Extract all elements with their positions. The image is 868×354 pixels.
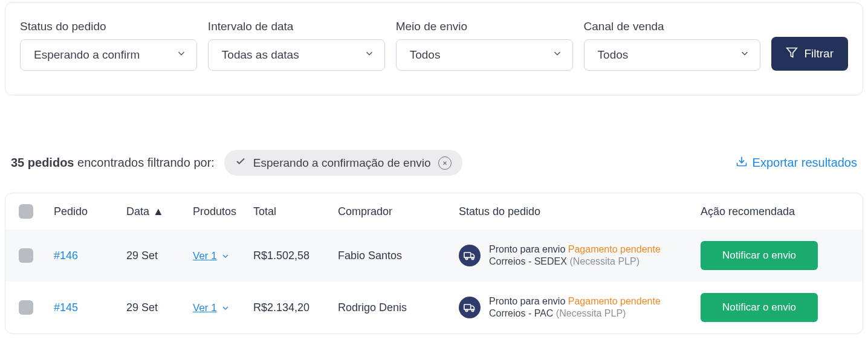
summary-count: 35 pedidos (11, 156, 74, 169)
header-products: Produtos (193, 205, 253, 218)
status-lines: Pronto para envio Pagamento pendente Cor… (489, 296, 661, 319)
filter-button[interactable]: Filtrar (771, 37, 848, 71)
order-total: R$2.134,20 (253, 301, 338, 314)
filter-chip-label: Esperando a confirmação de envio (253, 156, 431, 170)
summary-found: encontrados filtrando por: (77, 156, 215, 169)
summary-left: 35 pedidos encontrados filtrando por: Es… (11, 150, 462, 176)
filter-date-value: Todas as datas (222, 48, 299, 62)
filter-date-select[interactable]: Todas as datas (208, 39, 385, 71)
orders-table: Pedido Data ▲ Produtos Total Comprador S… (5, 193, 863, 334)
header-date-label: Data (126, 205, 149, 218)
svg-point-6 (471, 257, 473, 259)
chevron-down-icon (221, 251, 230, 261)
truck-icon (459, 245, 481, 266)
order-status-cell: Pronto para envio Pagamento pendente Cor… (459, 296, 701, 319)
header-buyer: Comprador (338, 205, 459, 218)
truck-icon (459, 297, 481, 318)
order-buyer: Rodrigo Denis (338, 301, 459, 314)
header-date-sort[interactable]: Data ▲ (126, 205, 193, 218)
svg-rect-4 (464, 253, 471, 257)
row-checkbox[interactable] (19, 300, 33, 315)
status-plp-note: (Necessita PLP) (556, 308, 626, 318)
summary-row: 35 pedidos encontrados filtrando por: Es… (0, 150, 868, 176)
svg-rect-7 (464, 304, 471, 309)
filter-ship: Meio de envio Todos (396, 20, 573, 71)
filter-channel: Canal de venda Todos (584, 20, 761, 71)
row-checkbox[interactable] (19, 248, 33, 263)
order-status-cell: Pronto para envio Pagamento pendente Cor… (459, 244, 701, 267)
order-date: 29 Set (126, 301, 193, 314)
filter-date: Intervalo de data Todas as datas (208, 20, 385, 71)
svg-point-9 (471, 309, 473, 311)
remove-chip-button[interactable] (438, 156, 452, 170)
products-expand-link[interactable]: Ver 1 (193, 250, 230, 262)
order-date: 29 Set (126, 249, 193, 262)
chevron-down-icon (176, 48, 187, 62)
order-total: R$1.502,58 (253, 249, 338, 262)
header-action: Ação recomendada (701, 205, 857, 218)
svg-point-8 (465, 309, 467, 311)
check-icon (235, 156, 246, 170)
filter-status-value: Esperando a confirm (34, 48, 140, 62)
sort-asc-icon: ▲ (153, 205, 164, 218)
summary-text: 35 pedidos encontrados filtrando por: (11, 156, 215, 170)
filters-panel: Status do pedido Esperando a confirm Int… (5, 2, 863, 95)
status-payment-pending: Pagamento pendente (568, 244, 661, 254)
funnel-icon (786, 47, 798, 62)
filter-status: Status do pedido Esperando a confirm (20, 20, 197, 71)
chevron-down-icon (364, 48, 375, 62)
select-all-checkbox[interactable] (19, 204, 33, 219)
table-row: #146 29 Set Ver 1 R$1.502,58 Fabio Santo… (5, 230, 863, 282)
download-icon (736, 155, 748, 170)
status-ready: Pronto para envio (489, 244, 565, 254)
table-row: #145 29 Set Ver 1 R$2.134,20 Rodrigo Den… (5, 282, 863, 333)
filter-ship-value: Todos (410, 48, 441, 62)
filter-chip: Esperando a confirmação de envio (224, 150, 462, 176)
filter-channel-select[interactable]: Todos (584, 39, 761, 71)
order-link[interactable]: #146 (54, 249, 126, 262)
chevron-down-icon (552, 48, 563, 62)
products-expand-link[interactable]: Ver 1 (193, 302, 230, 314)
filter-date-label: Intervalo de data (208, 20, 385, 33)
filter-ship-select[interactable]: Todos (396, 39, 573, 71)
products-count: Ver 1 (193, 302, 217, 314)
order-link[interactable]: #145 (54, 301, 126, 314)
status-shipping: Correios - PAC (489, 308, 553, 318)
export-label: Exportar resultados (753, 156, 857, 170)
status-shipping: Correios - SEDEX (489, 256, 567, 266)
filter-status-select[interactable]: Esperando a confirm (20, 39, 197, 71)
svg-marker-0 (787, 48, 797, 57)
status-payment-pending: Pagamento pendente (568, 296, 661, 306)
svg-point-5 (465, 257, 467, 259)
products-count: Ver 1 (193, 250, 217, 262)
order-buyer: Fabio Santos (338, 249, 459, 262)
filter-ship-label: Meio de envio (396, 20, 573, 33)
notify-shipment-button[interactable]: Notificar o envio (701, 293, 818, 322)
header-order: Pedido (54, 205, 126, 218)
filter-channel-label: Canal de venda (584, 20, 761, 33)
status-ready: Pronto para envio (489, 296, 565, 306)
status-plp-note: (Necessita PLP) (569, 256, 640, 266)
header-status: Status do pedido (459, 205, 701, 218)
notify-shipment-button[interactable]: Notificar o envio (701, 241, 818, 270)
table-header-row: Pedido Data ▲ Produtos Total Comprador S… (5, 193, 863, 230)
chevron-down-icon (739, 48, 750, 62)
status-lines: Pronto para envio Pagamento pendente Cor… (489, 244, 661, 267)
filter-channel-value: Todos (598, 48, 629, 62)
chevron-down-icon (221, 303, 230, 313)
filter-status-label: Status do pedido (20, 20, 197, 33)
export-results-link[interactable]: Exportar resultados (736, 155, 857, 170)
header-total: Total (253, 205, 338, 218)
filter-button-label: Filtrar (804, 47, 834, 60)
